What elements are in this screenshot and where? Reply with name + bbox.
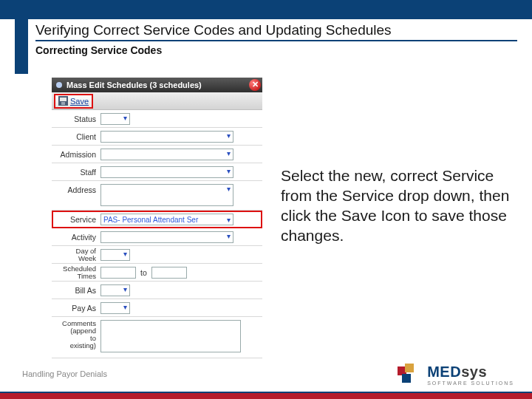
logo-main-b: sys	[461, 364, 487, 380]
row-status: Status	[52, 110, 262, 128]
service-dropdown[interactable]: PAS- Personal Attendant Ser	[100, 214, 233, 225]
row-admission: Admission	[52, 146, 262, 163]
row-client: Client	[52, 128, 262, 146]
bill-as-dropdown[interactable]	[100, 284, 130, 296]
row-service: Service PAS- Personal Attendant Ser	[52, 211, 262, 228]
close-icon[interactable]: ✕	[249, 79, 261, 91]
label-status: Status	[56, 115, 100, 123]
save-disk-icon	[58, 96, 68, 106]
label-pay-as: Pay As	[56, 304, 100, 313]
page-title: Verifying Correct Service Codes and Upda…	[35, 22, 517, 41]
title-area: Verifying Correct Service Codes and Upda…	[35, 22, 517, 56]
label-staff: Staff	[56, 168, 100, 177]
label-scheduled-times: Scheduled Times	[56, 265, 100, 280]
slide-top-bar	[0, 0, 532, 19]
dialog-header: Mass Edit Schedules (3 schedules) ✕	[52, 78, 262, 92]
logo-main-a: MED	[427, 364, 461, 380]
footer-logo: MEDsys SOFTWARE SOLUTIONS	[398, 364, 514, 386]
scheduled-time-to[interactable]	[151, 267, 187, 279]
instruction-text: Select the new, correct Service from the…	[281, 166, 510, 246]
save-button[interactable]: Save	[54, 94, 93, 109]
slide-left-bar	[15, 0, 28, 74]
dialog-toolbar: Save	[52, 92, 262, 110]
dialog-title: Mass Edit Schedules (3 schedules)	[66, 81, 202, 89]
label-comments: Comments (append to existing)	[56, 320, 100, 349]
footer: Handling Payor Denials MEDsys SOFTWARE S…	[0, 364, 532, 399]
admission-dropdown[interactable]	[100, 149, 233, 160]
comments-textarea[interactable]	[100, 320, 241, 352]
save-button-label: Save	[70, 97, 89, 106]
row-staff: Staff	[52, 163, 262, 181]
footer-text: Handling Payor Denials	[22, 369, 107, 378]
dialog-bullet-icon	[56, 82, 62, 88]
label-admission: Admission	[56, 150, 100, 159]
label-service: Service	[56, 215, 100, 224]
medsys-logo-icon	[398, 364, 423, 386]
row-address: Address	[52, 181, 262, 211]
row-comments: Comments (append to existing)	[52, 317, 262, 358]
day-of-week-dropdown[interactable]	[100, 249, 130, 261]
scheduled-time-from[interactable]	[100, 267, 136, 279]
row-pay-as: Pay As	[52, 299, 262, 317]
label-to: to	[140, 268, 147, 277]
row-bill-as: Bill As	[52, 282, 262, 299]
status-dropdown[interactable]	[100, 113, 130, 125]
label-bill-as: Bill As	[56, 286, 100, 295]
logo-sub: SOFTWARE SOLUTIONS	[427, 381, 514, 386]
address-dropdown[interactable]	[100, 184, 233, 206]
mass-edit-dialog: Mass Edit Schedules (3 schedules) ✕ Save…	[52, 78, 262, 358]
label-address: Address	[56, 184, 100, 194]
label-client: Client	[56, 132, 100, 141]
label-day-of-week: Day of Week	[56, 248, 100, 262]
row-scheduled-times: Scheduled Times to	[52, 264, 262, 282]
pay-as-dropdown[interactable]	[100, 302, 130, 314]
staff-dropdown[interactable]	[100, 166, 233, 178]
footer-strip	[0, 392, 532, 399]
page-subtitle: Correcting Service Codes	[35, 44, 517, 56]
medsys-logo-text: MEDsys SOFTWARE SOLUTIONS	[427, 364, 514, 386]
row-activity: Activity	[52, 228, 262, 246]
activity-dropdown[interactable]	[100, 231, 233, 243]
row-day-of-week: Day of Week	[52, 246, 262, 264]
client-dropdown[interactable]	[100, 131, 233, 143]
label-activity: Activity	[56, 233, 100, 242]
